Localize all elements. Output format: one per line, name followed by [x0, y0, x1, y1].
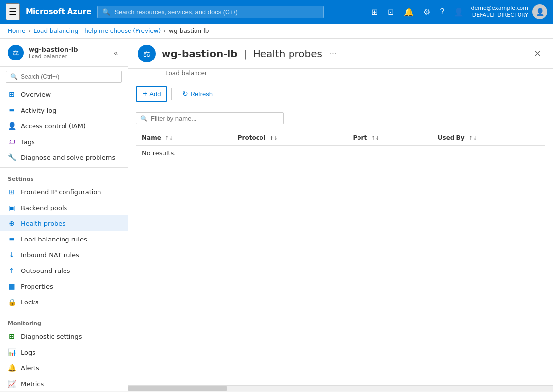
sidebar-item-health-probes[interactable]: ⊕ Health probes — [0, 215, 128, 231]
filter-input-container[interactable]: 🔍 — [136, 112, 284, 124]
tags-icon: 🏷 — [8, 138, 16, 146]
sidebar-header: ⚖ wg-bastion-lb Load balancer « — [0, 39, 128, 67]
scrollbar-thumb[interactable] — [128, 386, 227, 391]
sidebar-item-nat-rules[interactable]: ↓ Inbound NAT rules — [0, 247, 128, 263]
sidebar-item-label: Diagnose and solve problems — [21, 154, 115, 161]
logs-icon: 📊 — [8, 348, 16, 356]
sidebar-item-label: Health probes — [21, 220, 65, 227]
sidebar-search-icon: 🔍 — [10, 73, 18, 80]
filter-input[interactable] — [151, 115, 279, 122]
topnav-icon-group: ⊞ ⊡ 🔔 ⚙ ? 👤 demo@example.com DEFAULT DIR… — [368, 4, 547, 19]
horizontal-scrollbar[interactable] — [128, 385, 553, 391]
breadcrumb-home[interactable]: Home — [8, 28, 25, 34]
directory-button[interactable]: ⊡ — [385, 5, 397, 19]
column-protocol[interactable]: Protocol ↑↓ — [232, 130, 347, 146]
table-body: No results. — [136, 146, 545, 161]
hamburger-menu-button[interactable]: ☰ — [6, 3, 20, 20]
sidebar-item-label: Overview — [21, 91, 51, 98]
sidebar-item-label: Access control (IAM) — [21, 122, 86, 130]
protocol-sort-icon[interactable]: ↑↓ — [269, 135, 278, 141]
settings-section-label: Settings — [0, 170, 128, 184]
locks-icon: 🔒 — [8, 298, 16, 306]
section-title: Health probes — [253, 48, 322, 60]
resource-name: wg-bastion-lb — [162, 48, 238, 60]
content-area: ⚖ wg-bastion-lb | Health probes ··· ✕ Lo… — [128, 39, 553, 391]
sidebar-item-label: Load balancing rules — [21, 236, 87, 243]
health-probes-icon: ⊕ — [8, 219, 16, 227]
sidebar-item-activity-log[interactable]: ≡ Activity log — [0, 102, 128, 118]
sidebar-item-diagnostic-settings[interactable]: ⊞ Diagnostic settings — [0, 329, 128, 344]
sidebar-item-diagnose[interactable]: 🔧 Diagnose and solve problems — [0, 150, 128, 165]
global-search-bar[interactable]: 🔍 — [97, 6, 324, 18]
sidebar-resource-icon: ⚖ — [8, 45, 24, 60]
refresh-button[interactable]: ↻ Refresh — [176, 87, 219, 101]
sidebar-item-label: Logs — [21, 349, 35, 356]
sidebar-item-label: Properties — [21, 283, 53, 290]
sidebar-item-label: Tags — [21, 138, 35, 146]
sidebar-resource-type: Load balancer — [29, 53, 78, 60]
column-used-by[interactable]: Used By ↑↓ — [432, 130, 545, 146]
sidebar-item-access-control[interactable]: 👤 Access control (IAM) — [0, 118, 128, 134]
sidebar-item-alerts[interactable]: 🔔 Alerts — [0, 360, 128, 376]
feedback-button[interactable]: 👤 — [451, 5, 467, 19]
sidebar-item-outbound-rules[interactable]: ↑ Outbound rules — [0, 263, 128, 278]
resource-title: wg-bastion-lb | Health probes — [162, 48, 322, 60]
lb-rules-icon: ≡ — [8, 235, 16, 243]
notifications-button[interactable]: 🔔 — [401, 5, 417, 19]
table-area: 🔍 Name ↑↓ Protocol ↑↓ — [128, 106, 553, 385]
column-port[interactable]: Port ↑↓ — [347, 130, 432, 146]
sidebar-item-label: Alerts — [21, 364, 39, 372]
sidebar-item-frontend-ip[interactable]: ⊞ Frontend IP configuration — [0, 184, 128, 200]
sidebar-item-logs[interactable]: 📊 Logs — [0, 344, 128, 360]
properties-icon: ▦ — [8, 282, 16, 290]
settings-button[interactable]: ⚙ — [421, 5, 433, 19]
sidebar-item-properties[interactable]: ▦ Properties — [0, 278, 128, 294]
backend-pools-icon: ▣ — [8, 204, 16, 211]
sidebar-item-label: Activity log — [21, 107, 57, 114]
diagnose-icon: 🔧 — [8, 153, 16, 161]
top-navigation: ☰ Microsoft Azure 🔍 ⊞ ⊡ 🔔 ⚙ ? 👤 demo@exa… — [0, 0, 553, 24]
filter-bar: 🔍 — [136, 112, 545, 124]
frontend-ip-icon: ⊞ — [8, 188, 16, 196]
sidebar-item-locks[interactable]: 🔒 Locks — [0, 294, 128, 310]
app-logo: Microsoft Azure — [26, 7, 91, 16]
filter-search-icon: 🔍 — [140, 115, 148, 122]
breadcrumb-lb-choose[interactable]: Load balancing - help me choose (Preview… — [33, 28, 161, 34]
title-separator: | — [244, 48, 247, 60]
nat-rules-icon: ↓ — [8, 251, 16, 259]
sidebar-item-overview[interactable]: ⊞ Overview — [0, 87, 128, 102]
user-info: demo@example.com DEFAULT DIRECTORY — [471, 5, 528, 19]
monitoring-section-label: Monitoring — [0, 314, 128, 329]
sidebar-item-label: Outbound rules — [21, 267, 70, 274]
refresh-icon: ↻ — [182, 90, 188, 98]
help-button[interactable]: ? — [437, 5, 448, 18]
resource-header: ⚖ wg-bastion-lb | Health probes ··· ✕ — [128, 39, 553, 69]
sidebar-item-tags[interactable]: 🏷 Tags — [0, 134, 128, 150]
close-button[interactable]: ✕ — [532, 46, 543, 61]
avatar[interactable]: 👤 — [532, 4, 547, 19]
outbound-rules-icon: ↑ — [8, 267, 16, 274]
sidebar-item-metrics[interactable]: 📈 Metrics — [0, 376, 128, 391]
sidebar-divider-monitoring — [0, 312, 128, 312]
port-sort-icon[interactable]: ↑↓ — [371, 135, 379, 141]
sidebar-nav: ⊞ Overview ≡ Activity log 👤 Access contr… — [0, 87, 128, 391]
resource-type-label: Load balancer — [128, 69, 553, 82]
sidebar-search-input[interactable] — [21, 73, 117, 80]
sidebar-item-label: Locks — [21, 299, 38, 306]
more-options-button[interactable]: ··· — [328, 47, 338, 60]
sidebar-item-backend-pools[interactable]: ▣ Backend pools — [0, 200, 128, 215]
column-name[interactable]: Name ↑↓ — [136, 130, 232, 146]
cloud-shell-button[interactable]: ⊞ — [368, 5, 381, 19]
name-sort-icon[interactable]: ↑↓ — [165, 135, 173, 141]
table-header: Name ↑↓ Protocol ↑↓ Port ↑↓ Used By — [136, 130, 545, 146]
resource-icon: ⚖ — [138, 45, 156, 62]
add-button[interactable]: + Add — [136, 86, 167, 102]
sidebar-header-info: wg-bastion-lb Load balancer — [29, 46, 78, 60]
global-search-input[interactable] — [114, 8, 318, 16]
sidebar-search-bar[interactable]: 🔍 — [6, 71, 122, 83]
no-results-message: No results. — [136, 146, 545, 161]
sidebar-collapse-button[interactable]: « — [112, 47, 120, 59]
used-by-sort-icon[interactable]: ↑↓ — [469, 135, 477, 141]
sidebar: ⚖ wg-bastion-lb Load balancer « 🔍 ⊞ Over… — [0, 39, 128, 391]
sidebar-item-lb-rules[interactable]: ≡ Load balancing rules — [0, 231, 128, 247]
